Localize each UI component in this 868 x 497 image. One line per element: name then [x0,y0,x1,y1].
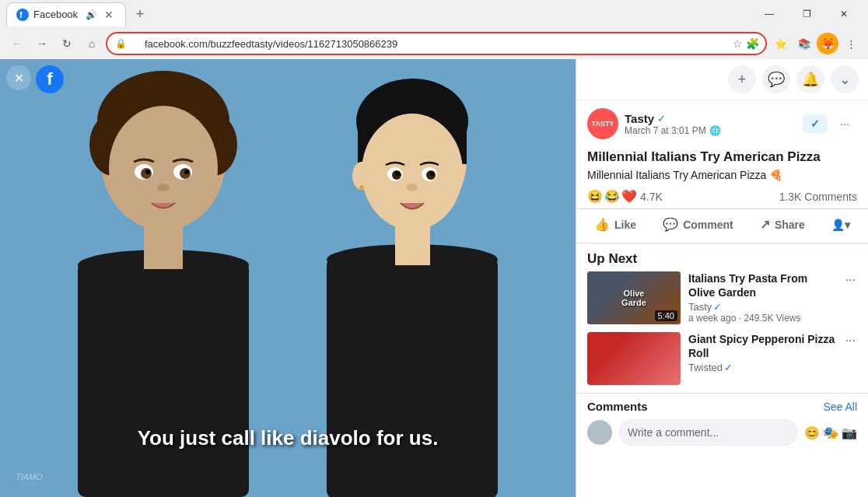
address-bar[interactable]: 🔒 facebook.com/buzzfeedtasty/videos/1162… [106,32,767,55]
comment-input-row: Write a comment... 😊 🎭 📷 [587,419,857,446]
post-more-button[interactable]: ··· [832,111,857,136]
comment-placeholder: Write a comment... [628,426,719,439]
messenger-button[interactable]: 💬 [762,65,790,93]
pizza-thumb [587,332,681,385]
up-next-channel-1: Tasty ✓ [688,301,836,313]
share-button[interactable]: ↗ Share [747,211,817,238]
svg-point-22 [362,114,463,230]
panel-top-bar: + 💬 🔔 ⌄ [576,59,868,100]
tab-close-button[interactable]: ✕ [102,8,116,22]
post-author-info: TASTY Tasty ✓ March 7 at 3:01 PM 🌐 [587,108,721,139]
extensions-icon[interactable]: 🧩 [746,37,759,50]
right-panel: + 💬 🔔 ⌄ TASTY Tasty ✓ [576,59,868,497]
share-icon: ↗ [760,217,770,232]
refresh-button[interactable]: ↻ [56,33,78,54]
post-author-actions: ✓ ··· [803,111,857,136]
action-buttons: 👍 Like 💬 Comment ↗ Share 👤▾ [576,209,868,243]
home-button[interactable]: ⌂ [81,33,103,54]
audience-selector[interactable]: 👤▾ [819,212,863,237]
video-thumbnail-2[interactable] [587,332,681,385]
nav-bar: ← → ↻ ⌂ 🔒 facebook.com/buzzfeedtasty/vid… [0,28,868,59]
post-meta: March 7 at 3:01 PM 🌐 [625,125,721,136]
comment-icon: 💬 [663,217,678,232]
account-menu-button[interactable]: ⌄ [831,65,859,93]
author-avatar[interactable]: TASTY [587,108,618,139]
address-bar-right: ☆ 🧩 [733,37,759,50]
maximize-button[interactable]: ❐ [789,2,824,26]
up-next-menu-1[interactable]: ··· [844,271,857,289]
back-button[interactable]: ← [6,33,28,54]
up-next-menu-2[interactable]: ··· [844,332,857,349]
content-area: ✕ f You just call like diavolo for us. T… [0,59,868,497]
follow-button[interactable]: ✓ [803,114,828,133]
svg-point-32 [407,184,418,191]
like-icon: 👍 [594,217,610,232]
comment-count: 1.3K Comments [779,191,857,203]
svg-point-17 [184,170,189,174]
reactions-row: 😆 😂 ❤️ 4.7K 1.3K Comments [576,186,868,209]
star-icon[interactable]: ☆ [733,37,743,50]
svg-point-31 [429,171,434,176]
svg-rect-11 [144,226,183,269]
channel-name-1: Tasty [688,301,712,313]
channel-verified-2: ✓ [724,362,733,373]
video-watermark: TIAMO [16,472,43,481]
up-next-header: Up Next [576,243,868,271]
reactions-left: 😆 😂 ❤️ 4.7K [587,189,663,204]
author-details: Tasty ✓ March 7 at 3:01 PM 🌐 [625,112,721,136]
favorites-button[interactable]: ⭐ [770,33,792,54]
address-bar-wrapper: 🔒 facebook.com/buzzfeedtasty/videos/1162… [106,32,767,55]
up-next-title-2[interactable]: Giant Spicy Pepperoni Pizza Roll [688,332,836,360]
lock-icon: 🔒 [115,38,127,49]
video-duration-1: 5:40 [655,310,677,321]
title-bar-controls: — ❐ ✕ [751,2,862,26]
up-next-channel-2: Twisted ✓ [688,362,836,373]
up-next-meta-1: a week ago · 249.5K Views [688,313,836,324]
collections-button[interactable]: 📚 [793,33,815,54]
close-button[interactable]: ✕ [826,2,862,26]
emoji-btn-3[interactable]: 📷 [842,425,857,440]
comment-input[interactable]: Write a comment... [618,419,798,446]
profile-avatar[interactable]: 🦊 [817,33,838,54]
video-close-button[interactable]: ✕ [6,65,31,90]
svg-text:f: f [19,10,23,19]
add-button[interactable]: + [728,65,756,93]
svg-rect-23 [327,257,498,497]
svg-point-16 [145,170,150,174]
up-next-title-1[interactable]: Italians Try Pasta From Olive Garden [688,271,836,299]
haha-emoji: 😂 [604,189,620,204]
browser-chrome: f Facebook 🔊 ✕ + — ❐ ✕ ← → ↻ ⌂ 🔒 faceboo… [0,0,868,59]
comments-header: Comments See All [587,400,857,413]
post-header: TASTY Tasty ✓ March 7 at 3:01 PM 🌐 [576,100,868,144]
tab-title: Facebook [33,9,78,20]
emoji-btn-1[interactable]: 😊 [804,425,820,440]
menu-button[interactable]: ⋮ [840,33,862,54]
svg-point-30 [395,171,400,176]
video-player: ✕ f You just call like diavolo for us. T… [0,59,576,497]
forward-button[interactable]: → [31,33,53,54]
facebook-logo[interactable]: f [36,65,64,93]
svg-point-0 [16,9,29,21]
emoji-btn-2[interactable]: 🎭 [823,425,838,440]
minimize-button[interactable]: — [751,2,787,26]
see-all-link[interactable]: See All [823,401,857,413]
svg-rect-9 [78,261,249,497]
notifications-button[interactable]: 🔔 [796,65,824,93]
post-description: Millennial Italians Try American Pizza 🍕 [576,167,868,186]
video-thumbnail-1[interactable]: OliveGarde 5:40 [587,271,681,324]
comments-section: Comments See All Write a comment... 😊 🎭 … [576,393,868,452]
up-next-item-2: Giant Spicy Pepperoni Pizza Roll Twisted… [587,332,857,385]
comment-button[interactable]: 💬 Comment [650,211,746,238]
comment-emoji-buttons: 😊 🎭 📷 [804,425,857,440]
author-name[interactable]: Tasty [625,112,654,125]
browser-tab[interactable]: f Facebook 🔊 ✕ [6,2,126,26]
video-subtitle: You just call like diavolo for us. [138,426,439,450]
heart-emoji: ❤️ [621,189,637,204]
avatar-inner: 🦊 [818,34,837,53]
tasty-logo-text: TASTY [592,120,614,128]
svg-rect-25 [395,226,430,265]
privacy-icon: 🌐 [709,125,721,136]
title-bar: f Facebook 🔊 ✕ + — ❐ ✕ [0,0,868,28]
new-tab-button[interactable]: + [129,3,151,25]
like-button[interactable]: 👍 Like [582,211,649,238]
